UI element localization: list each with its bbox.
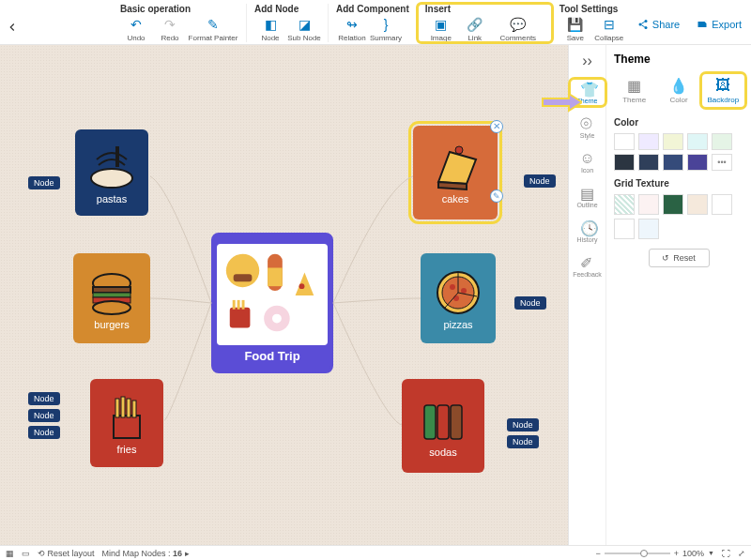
back-button[interactable]	[6, 19, 19, 38]
side-content: Theme ▦Theme 💧Color 🖼Backdrop Color ••• …	[606, 45, 751, 545]
center-node[interactable]: Food Trip	[211, 233, 333, 373]
svg-rect-36	[424, 405, 436, 439]
group-tool-settings: Tool Settings 💾Save ⊟Collapse	[552, 4, 633, 42]
close-icon[interactable]: ✕	[490, 120, 503, 133]
svg-marker-8	[296, 272, 314, 295]
format-painter-button[interactable]: ✎Format Painter	[188, 16, 238, 42]
main-area: Food Trip pastas Node burgers	[0, 45, 751, 545]
node-fries[interactable]: fries	[90, 379, 163, 467]
node-pizzas[interactable]: pizzas	[421, 253, 496, 343]
edit-icon[interactable]: ✎	[490, 189, 503, 203]
svg-point-1	[638, 23, 641, 26]
node-sodas[interactable]: sodas	[402, 379, 484, 473]
node-button[interactable]: Node	[514, 296, 546, 310]
undo-button[interactable]: ↶Undo	[120, 16, 152, 42]
svg-rect-19	[93, 287, 130, 293]
svg-rect-10	[230, 307, 251, 327]
annotation-arrow-theme	[541, 92, 582, 116]
relation-button[interactable]: ↬Relation	[336, 16, 368, 42]
fit-icon[interactable]: ⛶	[722, 549, 730, 558]
node-button[interactable]: Node	[28, 176, 60, 189]
slides-icon[interactable]: ▦	[6, 549, 14, 558]
svg-rect-20	[93, 293, 130, 297]
side-panel: ›› 👕Theme ⦾Style ☺Icon ▤Outline 🕓History…	[568, 45, 751, 545]
color-swatch[interactable]	[712, 133, 732, 150]
node-button[interactable]: Node	[28, 409, 60, 422]
save-button[interactable]: 💾Save	[559, 16, 591, 42]
node-button[interactable]: Node	[507, 435, 539, 448]
side-icon-bar: ›› 👕Theme ⦾Style ☺Icon ▤Outline 🕓History…	[569, 45, 606, 545]
color-swatch[interactable]	[663, 154, 683, 171]
tab-outline[interactable]: ▤Outline	[572, 185, 604, 208]
tab-feedback[interactable]: ✐Feedback	[572, 254, 604, 278]
collapse-panel-button[interactable]: ››	[572, 53, 604, 69]
theme-tab-theme[interactable]: ▦Theme	[614, 75, 654, 106]
group-title: Tool Settings	[559, 4, 625, 14]
more-colors[interactable]: •••	[712, 154, 732, 171]
center-label: Food Trip	[244, 349, 299, 363]
color-swatch[interactable]	[638, 154, 659, 171]
texture-swatch[interactable]	[614, 194, 635, 215]
zoom-slider[interactable]	[605, 552, 670, 554]
node-pastas[interactable]: pastas	[75, 129, 148, 216]
node-button[interactable]: Node	[507, 418, 539, 431]
texture-swatch[interactable]	[614, 219, 635, 239]
insert-image-button[interactable]: ▣Image	[425, 16, 457, 42]
reset-button[interactable]: ↺ Reset	[649, 249, 710, 267]
group-title: Basic operation	[120, 4, 238, 14]
pizza-icon	[432, 266, 484, 319]
share-button[interactable]: Share	[637, 19, 680, 30]
node-button[interactable]: Node	[28, 392, 60, 405]
fullscreen-icon[interactable]: ⤢	[738, 549, 745, 558]
svg-marker-28	[438, 152, 476, 184]
grid-section-title: Grid Texture	[614, 178, 743, 189]
svg-rect-13	[242, 299, 245, 309]
toolbar-groups: Basic operation ↶Undo ↷Redo ✎Format Pain…	[113, 4, 633, 42]
svg-point-22	[93, 301, 130, 314]
texture-swatch[interactable]	[712, 194, 732, 215]
view-icon[interactable]: ▭	[22, 549, 30, 558]
add-node-button[interactable]: ◧Node	[254, 16, 286, 42]
color-swatch[interactable]	[614, 154, 635, 171]
tab-history[interactable]: 🕓History	[572, 219, 604, 243]
svg-rect-27	[132, 401, 136, 417]
insert-link-button[interactable]: 🔗Link	[459, 16, 491, 42]
group-add-component: Add Component ↬Relation }Summary	[329, 4, 418, 42]
color-swatch[interactable]	[687, 154, 708, 171]
tab-style[interactable]: ⦾Style	[572, 115, 604, 139]
node-cakes[interactable]: cakes ✕ ✎	[413, 126, 498, 219]
node-button[interactable]: Node	[524, 174, 556, 188]
node-burgers[interactable]: burgers	[73, 253, 150, 343]
toolbar-actions: Share Export	[637, 19, 742, 30]
zoom-out-button[interactable]: −	[596, 549, 601, 558]
svg-rect-17	[115, 146, 119, 167]
zoom-dropdown-icon[interactable]: ▼	[708, 550, 714, 556]
svg-rect-25	[121, 397, 125, 417]
texture-swatch[interactable]	[687, 194, 708, 215]
texture-swatch[interactable]	[663, 194, 683, 215]
svg-point-35	[453, 295, 459, 301]
svg-rect-24	[115, 399, 119, 417]
color-swatch[interactable]	[687, 133, 708, 150]
node-button[interactable]: Node	[28, 426, 60, 439]
theme-tab-color[interactable]: 💧Color	[658, 75, 698, 106]
tab-icon[interactable]: ☺Icon	[572, 150, 604, 174]
color-swatch[interactable]	[663, 133, 683, 150]
canvas[interactable]: Food Trip pastas Node burgers	[0, 45, 568, 545]
collapse-button[interactable]: ⊟Collapse	[593, 16, 625, 42]
soda-icon	[417, 394, 469, 446]
redo-button[interactable]: ↷Redo	[154, 16, 186, 42]
add-subnode-button[interactable]: ◪Sub Node	[288, 16, 320, 42]
texture-swatch[interactable]	[638, 219, 659, 239]
reset-layout-button[interactable]: ⟲ Reset layout	[38, 549, 95, 558]
zoom-in-button[interactable]: +	[674, 549, 679, 558]
group-basic: Basic operation ↶Undo ↷Redo ✎Format Pain…	[113, 4, 247, 42]
comments-button[interactable]: 💬Comments	[493, 16, 544, 42]
texture-swatch[interactable]	[638, 194, 659, 215]
color-swatch[interactable]	[614, 133, 635, 150]
color-swatch[interactable]	[638, 133, 659, 150]
zoom-value: 100%	[682, 549, 704, 558]
export-button[interactable]: Export	[697, 19, 742, 30]
summary-button[interactable]: }Summary	[370, 16, 402, 42]
theme-tab-backdrop[interactable]: 🖼Backdrop	[703, 75, 743, 106]
